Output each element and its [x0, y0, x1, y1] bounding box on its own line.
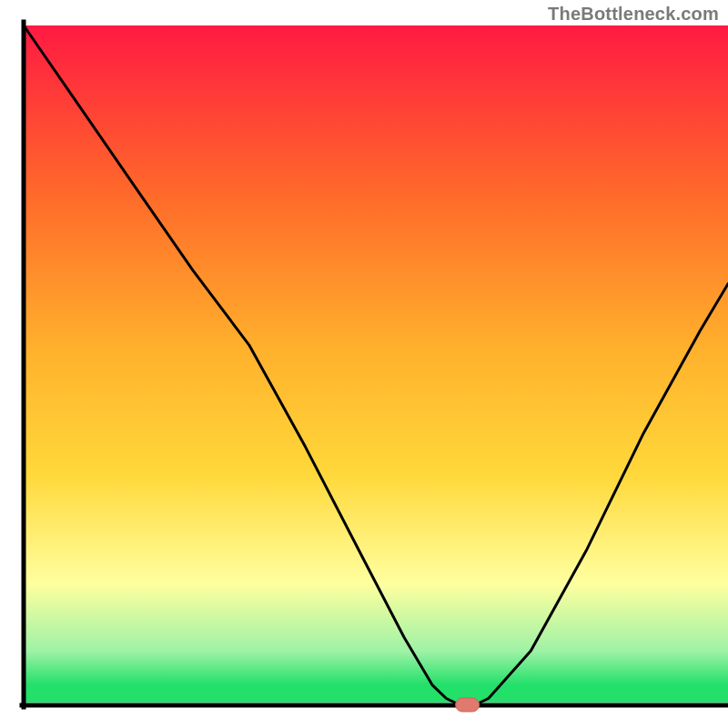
bottleneck-chart — [0, 0, 728, 728]
attribution-label: TheBottleneck.com — [548, 4, 719, 25]
plot-area — [22, 22, 728, 712]
optimal-marker — [456, 698, 480, 712]
chart-container: TheBottleneck.com — [0, 0, 728, 728]
gradient-background — [24, 25, 728, 705]
